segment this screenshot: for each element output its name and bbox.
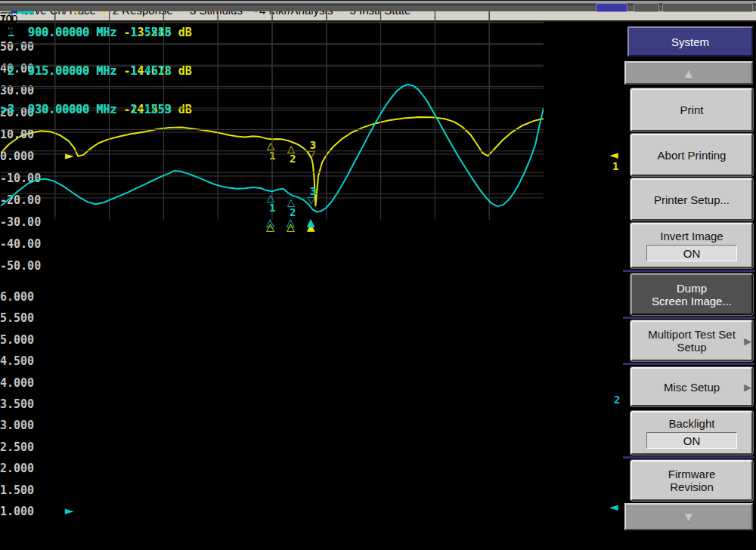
ref-level-right-icon: ◄ [609, 150, 618, 161]
marker-2-stimulus-icon: △ [287, 217, 295, 227]
softkey-backlight[interactable]: Backlight ON [631, 411, 753, 455]
softkey-separator [623, 317, 754, 319]
softkey-print[interactable]: Print [631, 88, 753, 131]
softkey-label: Printer Setup... [654, 193, 730, 206]
softkey-firmware-revision[interactable]: Firmware Revision [631, 460, 753, 501]
softkey-separator [623, 456, 754, 459]
y-axis-label: 3.000 [0, 419, 34, 432]
softkey-label: Multiport Test Set [648, 328, 736, 341]
taskbar-item [596, 3, 627, 12]
softkey-label: Abort Printing [658, 149, 727, 162]
softkey-printer-setup[interactable]: Printer Setup... [631, 178, 753, 221]
softkey-separator [623, 270, 754, 272]
softkey-label: Dump [677, 282, 707, 295]
softkey-label: Backlight [669, 417, 715, 430]
toggle-state-indicator: ON [646, 432, 737, 449]
y-axis-label: 1.500 [0, 484, 34, 497]
y-axis-label: 3.500 [0, 397, 34, 411]
softkey-label: Firmware [668, 468, 716, 480]
y-axis-label: 2.500 [0, 440, 34, 454]
softkey-scroll-down-button[interactable]: ▼ [624, 503, 753, 530]
marker-row: 2 915.00000 MHz 1.4573 [1, 65, 172, 78]
ref-level-right-icon: ◄ [609, 502, 618, 513]
y-axis-label: -50.00 [0, 259, 41, 273]
y-axis-label: 4.000 [0, 376, 34, 390]
softkey-misc-setup[interactable]: Misc Setup ▶ [631, 367, 753, 406]
softkey-label: Revision [670, 480, 714, 493]
y-axis-label: 2.000 [0, 462, 34, 475]
marker-1-number: 1 [269, 202, 275, 213]
y-axis-label: -40.00 [0, 237, 41, 251]
softkey-scroll-up-button[interactable]: ▲ [624, 61, 753, 85]
trace2-marker-readout: 1 900.00000 MHz 1.5588 2 915.00000 MHz 1… [1, 1, 172, 142]
marker-3-icon: ▽ [308, 195, 315, 205]
softkey-menu-title: System [627, 26, 753, 57]
y-axis-label: 5.500 [0, 311, 34, 325]
softkey-separator [623, 363, 754, 365]
softkey-label: Invert Image [660, 230, 723, 243]
softkey-multiport-test-set-setup[interactable]: Multiport Test Set Setup ▶ [631, 320, 753, 361]
vna-screen: 1 Active Ch/Trace 2 Response 3 Stimulus … [0, 0, 756, 550]
softkey-label: Setup [677, 341, 706, 354]
softkey-label: Screen Image... [652, 295, 732, 307]
y-axis-label: 5.000 [0, 333, 34, 347]
softkey-label: Print [680, 104, 704, 116]
y-axis-label: 6.000 [0, 290, 34, 304]
y-axis-label: -30.00 [0, 215, 41, 229]
softkey-label: Misc Setup [664, 381, 720, 394]
y-axis-label: 4.500 [0, 354, 34, 368]
bottom-taskbar-strip [0, 0, 756, 11]
marker-row: 1 900.00000 MHz 1.5588 [1, 26, 172, 39]
taskbar-clock [662, 3, 753, 12]
trace1-number-label: 1 [612, 161, 618, 171]
marker-1-stimulus-icon: △ [266, 217, 274, 227]
marker-3-stimulus-icon: ▲ [307, 217, 315, 227]
taskbar-item [634, 3, 659, 12]
ref-level-left-icon: ► [65, 505, 74, 517]
scroll-down-icon: ▼ [685, 511, 693, 523]
y-axis-ref-label: 1.000 [0, 505, 34, 518]
softkey-dump-screen-image[interactable]: Dump Screen Image... [631, 273, 753, 315]
scroll-up-icon: ▲ [685, 67, 693, 79]
softkey-invert-image[interactable]: Invert Image ON [631, 223, 753, 268]
trace2-number-label: 2 [614, 394, 620, 405]
submenu-arrow-icon: ▶ [744, 335, 751, 347]
softkey-abort-printing[interactable]: Abort Printing [631, 134, 753, 176]
submenu-arrow-icon: ▶ [744, 382, 751, 393]
marker-row: >3 930.00000 MHz 1.1259 [1, 104, 172, 116]
toggle-state-indicator: ON [646, 245, 737, 261]
